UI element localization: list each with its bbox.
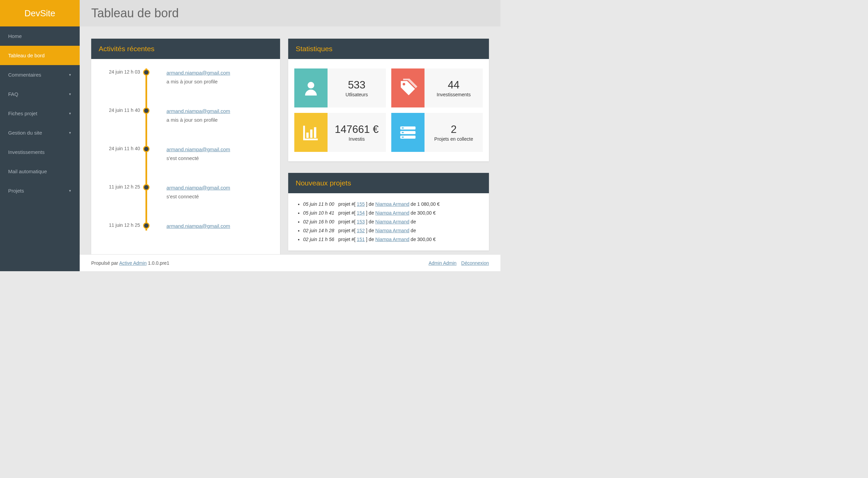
- project-item: 05 juin 10 h 41projet #[ 154 ] de Niampa…: [303, 209, 480, 218]
- project-mid: ] de: [365, 237, 375, 242]
- footer-powered-prefix: Propulsé par: [91, 260, 119, 266]
- footer-user-link[interactable]: Admin Admin: [429, 260, 456, 266]
- nav-item-label: Tableau de bord: [8, 53, 45, 58]
- stat-value: 44: [448, 79, 459, 91]
- svg-rect-3: [310, 130, 313, 138]
- project-prefix: projet #[: [338, 210, 357, 216]
- main-area: Tableau de bord Activités récentes 24 ju…: [80, 0, 500, 271]
- stat-card-projets-en-collecte[interactable]: 2Projets en collecte: [391, 113, 483, 152]
- brand-logo[interactable]: DevSite: [0, 0, 80, 26]
- project-mid: ] de: [365, 219, 375, 224]
- project-date: 05 juin 11 h 00: [303, 201, 334, 207]
- project-owner-link[interactable]: Niampa Armand: [375, 210, 409, 216]
- activity-action: s'est connecté: [166, 194, 199, 199]
- project-owner-link[interactable]: Niampa Armand: [375, 237, 409, 242]
- nav-item-label: Fiches projet: [8, 111, 37, 116]
- nav-item-commentaires[interactable]: Commentaires▼: [0, 65, 80, 84]
- svg-rect-10: [402, 136, 404, 137]
- activities-panel: Activités récentes 24 juin 12 h 03armand…: [91, 39, 280, 254]
- nav-item-label: Projets: [8, 188, 24, 194]
- timeline-dot-icon: [143, 146, 150, 152]
- activity-user-link[interactable]: armand.niampa@gmail.com: [166, 223, 230, 229]
- activity-user-link[interactable]: armand.niampa@gmail.com: [166, 70, 230, 76]
- project-suffix: de: [409, 219, 416, 224]
- timeline-dot-icon: [143, 222, 150, 229]
- stat-label: Utlisateurs: [346, 92, 368, 97]
- activity-user-link[interactable]: armand.niampa@gmail.com: [166, 185, 230, 191]
- stat-label: Investissements: [437, 92, 471, 97]
- project-id-link[interactable]: 152: [357, 228, 364, 233]
- stat-value: 2: [451, 123, 456, 136]
- page-title: Tableau de bord: [91, 6, 179, 20]
- footer-version: 1.0.0.pre1: [146, 260, 169, 266]
- activity-date: 24 juin 12 h 03: [98, 68, 140, 86]
- activities-title: Activités récentes: [91, 39, 280, 59]
- timeline: 24 juin 12 h 03armand.niampa@gmail.coma …: [98, 68, 273, 231]
- stats-panel: Statistiques 533Utlisateurs44Investissem…: [288, 39, 489, 161]
- nav-item-tableau-de-bord[interactable]: Tableau de bord: [0, 46, 80, 65]
- project-prefix: projet #[: [338, 228, 357, 233]
- svg-rect-8: [402, 127, 404, 128]
- project-date: 02 juin 16 h 00: [303, 219, 334, 224]
- activity-date: 11 juin 12 h 25: [98, 222, 140, 231]
- project-item: 02 juin 14 h 28projet #[ 152 ] de Niampa…: [303, 226, 480, 235]
- chevron-down-icon: ▼: [68, 189, 72, 193]
- project-prefix: projet #[: [338, 237, 357, 242]
- stats-grid: 533Utlisateurs44Investissements147661 €I…: [288, 59, 489, 161]
- project-mid: ] de: [365, 210, 375, 216]
- timeline-item: 11 juin 12 h 25armand.niampa@gmail.coms'…: [98, 183, 273, 201]
- footer: Propulsé par Active Admin 1.0.0.pre1 Adm…: [80, 254, 500, 271]
- activity-date: 24 juin 11 h 40: [98, 107, 140, 124]
- chevron-down-icon: ▼: [68, 73, 72, 77]
- nav-item-label: Investissements: [8, 149, 45, 155]
- nav-item-faq[interactable]: FAQ▼: [0, 84, 80, 104]
- activity-user-link[interactable]: armand.niampa@gmail.com: [166, 146, 230, 152]
- chevron-down-icon: ▼: [68, 93, 72, 96]
- project-id-link[interactable]: 151: [357, 237, 364, 242]
- svg-point-0: [308, 82, 314, 88]
- nav-item-fiches-projet[interactable]: Fiches projet▼: [0, 104, 80, 123]
- stat-info: 147661 €Investis: [328, 113, 386, 152]
- timeline-dot-icon: [143, 107, 150, 114]
- project-id-link[interactable]: 154: [357, 210, 364, 216]
- stat-info: 44Investissements: [425, 68, 483, 107]
- nav-item-home[interactable]: Home: [0, 26, 80, 46]
- nav-item-gestion-du-site[interactable]: Gestion du site▼: [0, 123, 80, 142]
- projects-panel: Nouveaux projets 05 juin 11 h 00projet #…: [288, 173, 489, 251]
- nav-item-mail-automatique[interactable]: Mail automatique: [0, 162, 80, 181]
- chart-icon: [294, 113, 328, 152]
- list-icon: [391, 113, 425, 152]
- chevron-down-icon: ▼: [68, 112, 72, 115]
- tags-icon: [391, 68, 425, 107]
- project-suffix: de: [409, 228, 416, 233]
- project-owner-link[interactable]: Niampa Armand: [375, 201, 409, 207]
- project-suffix: de 300,00 €: [409, 210, 436, 216]
- nav-item-label: Mail automatique: [8, 168, 47, 174]
- stats-title: Statistiques: [288, 39, 489, 59]
- activity-user-link[interactable]: armand.niampa@gmail.com: [166, 108, 230, 114]
- stat-info: 2Projets en collecte: [425, 113, 483, 152]
- project-id-link[interactable]: 153: [357, 219, 364, 224]
- nav-item-projets[interactable]: Projets▼: [0, 181, 80, 200]
- timeline-item: 24 juin 11 h 40armand.niampa@gmail.coms'…: [98, 145, 273, 162]
- project-owner-link[interactable]: Niampa Armand: [375, 228, 409, 233]
- nav-item-label: Commentaires: [8, 72, 41, 78]
- stat-card-investis[interactable]: 147661 €Investis: [294, 113, 386, 152]
- footer-powered-link[interactable]: Active Admin: [119, 260, 147, 266]
- nav-item-label: Gestion du site: [8, 130, 42, 136]
- projects-title: Nouveaux projets: [288, 173, 489, 193]
- activity-date: 24 juin 11 h 40: [98, 145, 140, 162]
- topbar: Tableau de bord: [80, 0, 500, 26]
- stat-card-utlisateurs[interactable]: 533Utlisateurs: [294, 68, 386, 107]
- project-prefix: projet #[: [338, 201, 357, 207]
- project-mid: ] de: [365, 201, 375, 207]
- footer-logout-link[interactable]: Déconnexion: [461, 260, 489, 266]
- project-owner-link[interactable]: Niampa Armand: [375, 219, 409, 224]
- stat-info: 533Utlisateurs: [328, 68, 386, 107]
- project-suffix: de 1 080,00 €: [409, 201, 440, 207]
- activity-date: 11 juin 12 h 25: [98, 183, 140, 201]
- stat-card-investissements[interactable]: 44Investissements: [391, 68, 483, 107]
- project-date: 02 juin 14 h 28: [303, 228, 334, 233]
- nav-item-investissements[interactable]: Investissements: [0, 142, 80, 162]
- project-id-link[interactable]: 155: [357, 201, 364, 207]
